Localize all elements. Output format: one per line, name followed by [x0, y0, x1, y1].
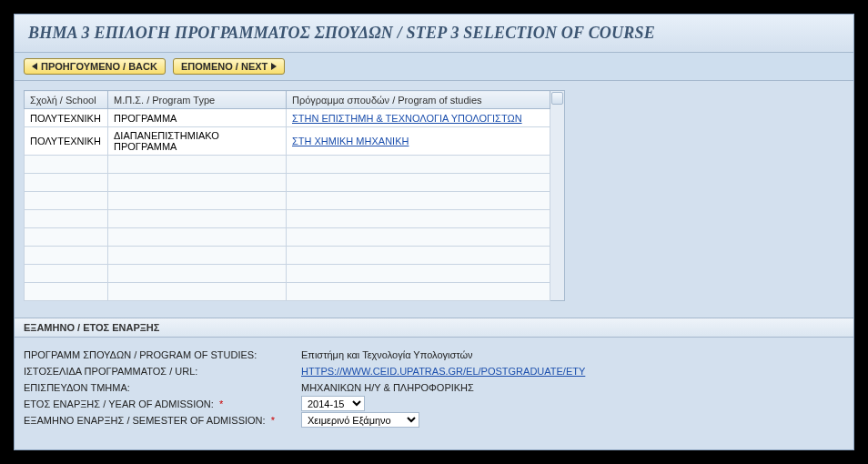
program-link[interactable]: ΣΤΗΝ ΕΠΙΣΤΗΜΗ & ΤΕΧΝΟΛΟΓΙΑ ΥΠΟΛΟΓΙΣΤΩΝ: [292, 113, 522, 124]
main-window: ΒΗΜΑ 3 ΕΠΙΛΟΓΗ ΠΡΟΓΡΑΜΜΑΤΟΣ ΣΠΟΥΔΩΝ / ST…: [14, 14, 854, 450]
table-row-empty: [25, 156, 550, 174]
table-row-empty: [25, 210, 550, 228]
empty-cell: [25, 174, 108, 192]
empty-cell: [108, 283, 287, 301]
row-supervising-dept: ΕΠΙΣΠΕΥΔΟΝ ΤΜΗΜΑ: ΜΗΧΑΝΙΚΩΝ Η/Υ & ΠΛΗΡΟΦ…: [24, 379, 844, 395]
table-row[interactable]: ΠΟΛΥΤΕΧΝΙΚΗΔΙΑΠΑΝΕΠΙΣΤΗΜΙΑΚΟ ΠΡΟΓΡΑΜΜΑΣΤ…: [25, 127, 550, 156]
label-year-text: ΕΤΟΣ ΕΝΑΡΞΗΣ / YEAR OF ADMISSION:: [24, 398, 214, 409]
col-header-type[interactable]: Μ.Π.Σ. / Program Type: [108, 91, 287, 109]
label-supervising-dept: ΕΠΙΣΠΕΥΔΟΝ ΤΜΗΜΑ:: [24, 382, 301, 393]
empty-cell: [25, 210, 108, 228]
empty-cell: [287, 156, 550, 174]
table-row-empty: [25, 265, 550, 283]
col-header-school[interactable]: Σχολή / School: [25, 91, 108, 109]
value-supervising-dept: ΜΗΧΑΝΙΚΩΝ Η/Υ & ΠΛΗΡΟΦΟΡΙΚΗΣ: [301, 382, 474, 393]
empty-cell: [108, 265, 287, 283]
empty-cell: [287, 210, 550, 228]
form-area: ΠΡΟΓΡΑΜΜ ΣΠΟΥΔΩΝ / PROGRAM OF STUDIES: Ε…: [15, 338, 853, 428]
label-url: ΙΣΤΟΣΕΛΙΔΑ ΠΡΟΓΡΑΜΜΑΤΟΣ / URL:: [24, 366, 301, 377]
empty-cell: [108, 228, 287, 247]
page-title: ΒΗΜΑ 3 ΕΠΙΛΟΓΗ ΠΡΟΓΡΑΜΜΑΤΟΣ ΣΠΟΥΔΩΝ / ST…: [28, 24, 840, 43]
select-semester-of-admission[interactable]: Χειμερινό Εξάμηνο: [301, 412, 419, 428]
col-header-program[interactable]: Πρόγραμμα σπουδών / Program of studies: [287, 91, 550, 109]
empty-cell: [25, 156, 108, 174]
toolbar: ΠΡΟΗΓΟΥΜΕΝΟ / BACK ΕΠΟΜΕΝΟ / NEXT: [15, 53, 853, 81]
empty-cell: [287, 192, 550, 210]
empty-cell: [287, 265, 550, 283]
scrollbar-thumb[interactable]: [551, 92, 563, 105]
cell-type: ΠΡΟΓΡΑΜΜΑ: [108, 109, 287, 127]
grid-wrap: Σχολή / School Μ.Π.Σ. / Program Type Πρό…: [24, 90, 844, 301]
cell-school: ΠΟΛΥΤΕΧΝΙΚΗ: [25, 127, 108, 156]
empty-cell: [287, 228, 550, 247]
empty-cell: [108, 174, 287, 192]
label-program-of-studies: ΠΡΟΓΡΑΜΜ ΣΠΟΥΔΩΝ / PROGRAM OF STUDIES:: [24, 349, 301, 360]
required-marker: *: [271, 415, 275, 426]
triangle-left-icon: [32, 63, 37, 70]
content-area: Σχολή / School Μ.Π.Σ. / Program Type Πρό…: [15, 81, 853, 301]
required-marker: *: [219, 398, 223, 409]
empty-cell: [287, 283, 550, 301]
section-header: ΕΞΑΜΗΝΟ / ΕΤΟΣ ΕΝΑΡΞΗΣ: [15, 318, 853, 338]
table-row-empty: [25, 192, 550, 210]
cell-program: ΣΤΗ ΧΗΜΙΚΗ ΜΗΧΑΝΙΚΗ: [287, 127, 550, 156]
table-row[interactable]: ΠΟΛΥΤΕΧΝΙΚΗΠΡΟΓΡΑΜΜΑΣΤΗΝ ΕΠΙΣΤΗΜΗ & ΤΕΧΝ…: [25, 109, 550, 127]
table-row-empty: [25, 247, 550, 265]
table-scrollbar[interactable]: [550, 90, 565, 301]
table-row-empty: [25, 174, 550, 192]
back-button[interactable]: ΠΡΟΗΓΟΥΜΕΝΟ / BACK: [24, 58, 166, 75]
label-semester-of-admission: ΕΞΑΜΗΝΟ ΕΝΑΡΞΗΣ / SEMESTER OF ADMISSION:…: [24, 415, 301, 426]
empty-cell: [25, 283, 108, 301]
row-program-of-studies: ΠΡΟΓΡΑΜΜ ΣΠΟΥΔΩΝ / PROGRAM OF STUDIES: Ε…: [24, 347, 844, 362]
empty-cell: [25, 228, 108, 247]
empty-cell: [108, 210, 287, 228]
empty-cell: [108, 192, 287, 210]
label-semester-text: ΕΞΑΜΗΝΟ ΕΝΑΡΞΗΣ / SEMESTER OF ADMISSION:: [24, 415, 266, 426]
table-row-empty: [25, 283, 550, 301]
program-link[interactable]: ΣΤΗ ΧΗΜΙΚΗ ΜΗΧΑΝΙΚΗ: [292, 136, 409, 146]
triangle-right-icon: [271, 63, 277, 70]
cell-type: ΔΙΑΠΑΝΕΠΙΣΤΗΜΙΑΚΟ ΠΡΟΓΡΑΜΜΑ: [108, 127, 287, 156]
empty-cell: [25, 265, 108, 283]
value-program-of-studies: Επιστήμη και Τεχνολογία Υπολογιστών: [301, 349, 473, 360]
empty-cell: [25, 192, 108, 210]
empty-cell: [287, 174, 550, 192]
programs-table: Σχολή / School Μ.Π.Σ. / Program Type Πρό…: [24, 90, 550, 301]
row-url: ΙΣΤΟΣΕΛΙΔΑ ΠΡΟΓΡΑΜΜΑΤΟΣ / URL: HTTPS://W…: [24, 363, 844, 378]
cell-school: ΠΟΛΥΤΕΧΝΙΚΗ: [25, 109, 108, 127]
next-button-label: ΕΠΟΜΕΝΟ / NEXT: [181, 61, 267, 72]
link-program-url[interactable]: HTTPS://WWW.CEID.UPATRAS.GR/EL/POSTGRADU…: [301, 366, 585, 377]
empty-cell: [25, 247, 108, 265]
table-row-empty: [25, 228, 550, 247]
empty-cell: [287, 247, 550, 265]
cell-program: ΣΤΗΝ ΕΠΙΣΤΗΜΗ & ΤΕΧΝΟΛΟΓΙΑ ΥΠΟΛΟΓΙΣΤΩΝ: [287, 109, 550, 127]
row-semester-of-admission: ΕΞΑΜΗΝΟ ΕΝΑΡΞΗΣ / SEMESTER OF ADMISSION:…: [24, 412, 844, 428]
empty-cell: [108, 156, 287, 174]
select-year-of-admission[interactable]: 2014-15: [301, 396, 365, 411]
title-bar: ΒΗΜΑ 3 ΕΠΙΛΟΓΗ ΠΡΟΓΡΑΜΜΑΤΟΣ ΣΠΟΥΔΩΝ / ST…: [15, 15, 853, 53]
label-year-of-admission: ΕΤΟΣ ΕΝΑΡΞΗΣ / YEAR OF ADMISSION: *: [24, 398, 301, 409]
empty-cell: [108, 247, 287, 265]
row-year-of-admission: ΕΤΟΣ ΕΝΑΡΞΗΣ / YEAR OF ADMISSION: * 2014…: [24, 396, 844, 411]
next-button[interactable]: ΕΠΟΜΕΝΟ / NEXT: [173, 58, 285, 75]
back-button-label: ΠΡΟΗΓΟΥΜΕΝΟ / BACK: [41, 61, 157, 72]
